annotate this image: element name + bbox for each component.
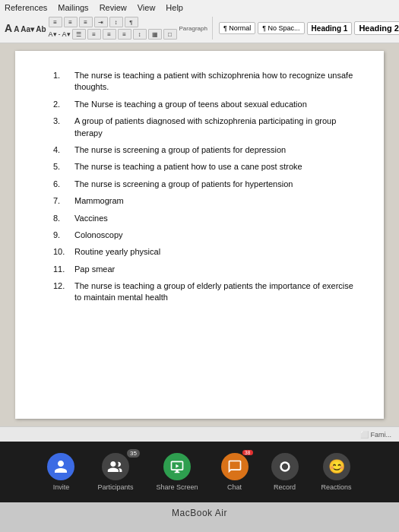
chat-icon (221, 453, 249, 480)
invite-icon (47, 453, 74, 480)
shading[interactable]: ▦ (148, 29, 162, 40)
ribbon: A A Aa▾ Ab ≡ ≡ ≡ ⇥ ↕ ¶ A▾ - A▾ (5, 14, 394, 41)
list-item: 5.The nurse is teaching a patient how to… (53, 161, 353, 173)
style-normal[interactable]: ¶ Normal (219, 22, 255, 34)
list-number: 3. (53, 116, 74, 139)
list-item: 8.Vaccines (53, 213, 353, 224)
font-format-a: A▾ (49, 30, 57, 38)
list-number: 8. (53, 213, 74, 224)
menu-bar: References Mailings Review View Help (5, 2, 394, 14)
numbered-list: 1.The nurse is teaching a patient with s… (53, 70, 353, 304)
document-area: 1.The nurse is teaching a patient with s… (0, 43, 399, 426)
menu-mailings[interactable]: Mailings (58, 3, 88, 12)
list-icon-2[interactable]: ≡ (64, 17, 78, 27)
list-item: 12.The nurse is teaching a group of elde… (53, 280, 353, 304)
style-heading2[interactable]: Heading 2 (354, 21, 399, 35)
font-aa-small: A (14, 25, 19, 33)
icon-row-1: ≡ ≡ ≡ ⇥ ↕ ¶ (49, 17, 177, 27)
list-text: The nurse is screening a group of patien… (74, 179, 353, 190)
list-item: 3.A group of patients diagnosed with sch… (53, 116, 353, 139)
svg-point-2 (281, 464, 287, 470)
list-number: 12. (53, 280, 74, 304)
share-screen-label: Share Screen (156, 483, 198, 491)
macbook-label: MacBook Air (172, 508, 227, 518)
list-item: 9.Colonoscopy (53, 230, 353, 241)
list-icon-3[interactable]: ≡ (79, 17, 93, 27)
menu-help[interactable]: Help (166, 3, 183, 12)
font-format-dash: - (59, 30, 61, 38)
macbook-bar: MacBook Air (0, 502, 399, 524)
menu-view[interactable]: View (138, 3, 156, 12)
zoom-participants[interactable]: 35 Participants (97, 453, 133, 491)
list-number: 1. (53, 70, 74, 93)
participants-count-badge: 35 (127, 449, 140, 458)
line-spacing[interactable]: ↕ (133, 29, 147, 40)
list-icon-1[interactable]: ≡ (49, 17, 62, 27)
align-j[interactable]: ≡ (118, 29, 131, 40)
participants-icon (102, 453, 129, 480)
zoom-bar: ⬜ Fami... (0, 426, 399, 442)
reactions-icon: 😊 (323, 453, 350, 480)
list-text: Mammogram (74, 195, 353, 207)
toolbar: References Mailings Review View Help A A… (0, 0, 399, 43)
document-page: 1.The nurse is teaching a patient with s… (15, 51, 384, 419)
list-item: 7.Mammogram (53, 195, 353, 207)
zoom-reactions[interactable]: 😊 Reactions (321, 453, 352, 491)
font-aa-large: A (5, 22, 12, 34)
sort-icon[interactable]: ↕ (109, 17, 123, 27)
zoom-invite[interactable]: Invite (47, 453, 74, 491)
paragraph-label: Paragraph (179, 24, 207, 32)
list-item: 2.The Nurse is teaching a group of teens… (53, 99, 353, 110)
list-number: 2. (53, 99, 74, 110)
indent-icon[interactable]: ⇥ (94, 17, 108, 27)
record-icon (271, 453, 299, 480)
list-number: 11. (53, 264, 74, 275)
styles-section: ¶ Normal ¶ No Spac... Heading 1 Heading … (219, 19, 399, 37)
list-text: Vaccines (74, 213, 353, 224)
list-item: 4.The nurse is screening a group of pati… (53, 144, 353, 156)
list-text: The Nurse is teaching a group of teens a… (74, 99, 353, 110)
paragraph-icons: ≡ ≡ ≡ ⇥ ↕ ¶ A▾ - A▾ ☰ ≡ ≡ ≡ ↕ ▦ (49, 17, 177, 40)
reactions-label: Reactions (321, 483, 352, 491)
chat-badge: 38 (242, 450, 253, 455)
list-number: 7. (53, 195, 74, 207)
align-center[interactable]: ≡ (87, 29, 101, 40)
pilcrow-icon[interactable]: ¶ (125, 17, 138, 27)
list-item: 11.Pap smear (53, 264, 353, 275)
chat-label: Chat (227, 483, 242, 491)
style-heading1[interactable]: Heading 1 (307, 22, 353, 35)
align-left[interactable]: ☰ (72, 29, 86, 40)
list-number: 9. (53, 230, 74, 241)
invite-label: Invite (53, 483, 70, 491)
list-text: Routine yearly physical (74, 246, 353, 258)
participants-label: Participants (97, 483, 133, 491)
menu-review[interactable]: Review (100, 3, 127, 12)
font-format-a2: A▾ (62, 30, 71, 38)
menu-references[interactable]: References (5, 3, 47, 12)
zoom-chat[interactable]: 38 Chat (221, 453, 249, 491)
zoom-share-screen[interactable]: Share Screen (156, 453, 198, 491)
font-size-controls: A A Aa▾ Ab (5, 22, 46, 34)
list-number: 10. (53, 246, 74, 258)
font-section: A A Aa▾ Ab ≡ ≡ ≡ ⇥ ↕ ¶ A▾ - A▾ (5, 17, 213, 40)
align-right[interactable]: ≡ (103, 29, 116, 40)
list-number: 4. (53, 144, 74, 156)
list-text: The nurse is teaching a group of elderly… (74, 280, 353, 304)
record-label: Record (274, 483, 296, 491)
border[interactable]: □ (163, 29, 177, 40)
list-number: 5. (53, 161, 74, 173)
svg-marker-0 (176, 464, 179, 468)
font-ab: Ab (36, 25, 46, 33)
list-text: The nurse is teaching a patient how to u… (74, 161, 353, 173)
list-text: Pap smear (74, 264, 353, 275)
list-number: 6. (53, 179, 74, 190)
zoom-icon: ⬜ Fami... (360, 431, 391, 439)
icon-row-2: A▾ - A▾ ☰ ≡ ≡ ≡ ↕ ▦ □ (49, 29, 177, 40)
zoom-taskbar: Invite 35 Participants Share Screen (0, 442, 399, 502)
font-aa-label: Aa▾ (21, 25, 34, 33)
style-no-spacing[interactable]: ¶ No Spac... (258, 22, 304, 34)
list-text: A group of patients diagnosed with schiz… (74, 116, 353, 139)
zoom-record[interactable]: Record (271, 453, 299, 491)
list-item: 1.The nurse is teaching a patient with s… (53, 70, 353, 93)
list-text: The nurse is screening a group of patien… (74, 144, 353, 156)
